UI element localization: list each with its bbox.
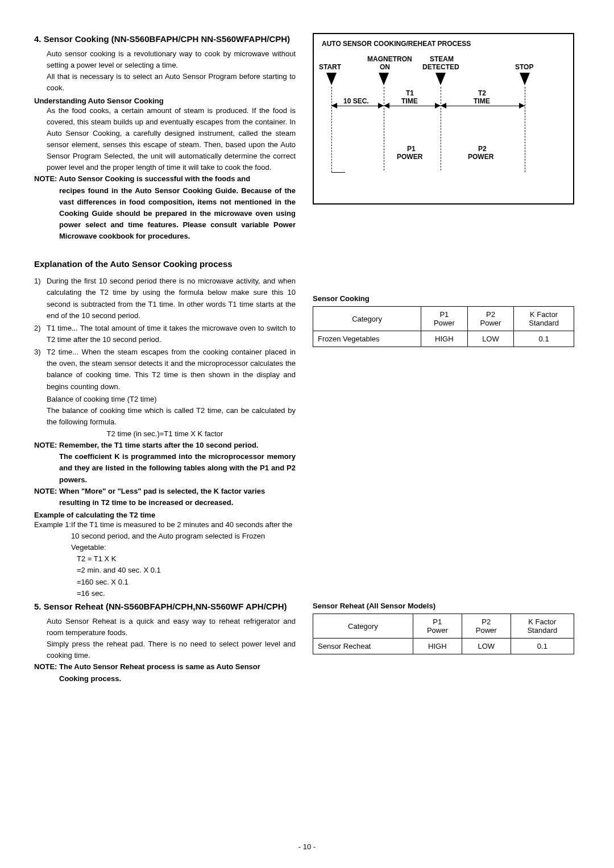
t1-h1: Category [313,307,421,331]
note3-body: resulting in T2 time to be increased or … [59,497,296,508]
diagram-box: AUTO SENSOR COOKING/REHEAT PROCESS MAGNE… [313,33,574,205]
triangle-icon [326,73,337,85]
ex-calc-2: =2 min. and 40 sec. X 0.1 [77,565,296,576]
t2-c1: Sensor Recheat [313,639,413,654]
balance-1: Balance of cooking time (T2 time) [47,394,296,405]
t2-c4: 0.1 [511,639,574,654]
table-sensor-cooking: Category P1Power P2Power K FactorStandar… [313,306,574,347]
diagram-10sec: 10 SEC. [343,98,369,105]
diagram-time1: TIME [401,98,418,105]
t2-h3: P2Power [462,614,511,639]
section4-p2: All that is necessary is to select an Au… [47,71,296,94]
dashed-line [384,108,384,170]
process-note3: NOTE: When "More" or "Less" pad is selec… [34,486,296,508]
dashed-line [384,87,384,104]
ex-calc-3: =160 sec. X 0.1 [77,577,296,588]
section5-title: 5. Sensor Reheat (NN-S560BFAPH/CPH,NN-S5… [34,600,296,612]
diagram-detected: DETECTED [422,64,459,71]
t1-h3: P2Power [467,307,514,331]
dashed-line [441,87,441,104]
diagram-t2: T2 [478,90,486,97]
triangle-icon [435,73,446,85]
process-note2: NOTE: Remember, the T1 time starts after… [34,440,296,486]
t1-c2: HIGH [421,331,468,347]
t1-c1: Frozen Vegetables [313,331,421,347]
proc-txt-1: During the first 10 second period there … [47,276,296,322]
proc-item-1: 1) During the first 10 second period the… [34,276,296,322]
formula: T2 time (in sec.)=T1 time X K factor [34,429,296,438]
dashed-line [441,108,441,170]
t2-c2: HIGH [413,639,462,654]
arrow-left-icon [331,103,337,108]
t2-h2: P1Power [413,614,462,639]
triangle-icon [520,73,530,85]
section5-p1: Auto Sensor Reheat is a quick and easy w… [47,616,296,639]
section4-sub1: Understanding Auto Sensor Cooking [34,97,296,105]
page-number: - 10 - [0,842,614,851]
arrow-right-icon [435,103,441,108]
balance-2: The balance of cooking time which is cal… [47,405,296,428]
diagram-power1: POWER [397,153,422,161]
diagram-p2: P2 [478,145,487,153]
ex-calc-4: =16 sec. [77,588,296,599]
section4-p1: Auto sensor cooking is a revolutionary w… [47,48,296,71]
note5-label: NOTE: [34,662,57,671]
hline [331,172,345,173]
note5-first: The Auto Sensor Reheat process is same a… [59,662,260,671]
diagram-magnetron: MAGNETRON [367,56,412,63]
table-sensor-reheat: Category P1Power P2Power K FactorStandar… [313,614,574,654]
proc-txt-2: T1 time... The total amount of time it t… [47,323,296,345]
t1-h2: P1Power [421,307,468,331]
diagram-stop: STOP [515,64,533,71]
t2-h1: Category [313,614,413,639]
section4-p3: As the food cooks, a certain amount of s… [47,105,296,174]
note3-label: NOTE: [34,487,57,495]
proc-num-2: 2) [34,323,47,345]
arrow-right-icon [519,103,525,108]
proc-item-2: 2) T1 time... The total amount of time i… [34,323,296,345]
proc-txt-3: T2 time... When the steam escapes from t… [47,347,296,393]
diagram-title: AUTO SENSOR COOKING/REHEAT PROCESS [322,40,565,48]
hline [331,106,384,106]
process-title: Explanation of the Auto Sensor Cooking p… [34,258,296,270]
diagram-p1: P1 [407,145,416,153]
t2-h4: K FactorStandard [511,614,574,639]
table1-title: Sensor Cooking [313,294,574,303]
diagram-t1: T1 [406,90,414,97]
example-title: Example of calculating the T2 time [34,511,296,519]
t2-c3: LOW [462,639,511,654]
arrow-left-icon [384,103,389,108]
arrow-right-icon [378,103,384,108]
diagram-time2: TIME [474,98,490,105]
t1-c3: LOW [467,331,514,347]
section5-note: NOTE: The Auto Sensor Reheat process is … [34,661,296,684]
note3-first: When "More" or "Less" pad is selected, t… [59,487,265,495]
table2-title: Sensor Reheat (All Sensor Models) [313,602,574,610]
note5-body: Cooking process. [59,673,296,685]
proc-num-3: 3) [34,347,47,393]
section4-note1: NOTE: Auto Sensor Cooking is successful … [34,173,296,242]
note-label: NOTE: [34,174,57,183]
diagram-power2: POWER [468,153,493,161]
dashed-line [525,87,525,172]
diagram-start: START [319,64,341,71]
section5-p2: Simply press the reheat pad. There is no… [47,639,296,661]
note2-label: NOTE: [34,441,57,449]
t1-c4: 0.1 [514,331,574,347]
note1-body: recipes found in the Auto Sensor Cooking… [59,185,296,243]
note2-first: Remember, the T1 time starts after the 1… [59,441,258,449]
ex-body: If the T1 time is measured to be 2 minut… [71,519,296,553]
section4-title: 4. Sensor Cooking (NN-S560BFAPH/CPH NN-S… [34,33,296,45]
proc-num-1: 1) [34,276,47,322]
dashed-line [331,87,332,172]
diagram-steam: STEAM [430,56,454,63]
triangle-icon [379,73,389,85]
diagram-on: ON [380,64,390,71]
note2-body: The coefficient K is programmed into the… [59,451,296,485]
arrow-left-icon [441,103,446,108]
ex-calc-1: T2 = T1 X K [77,553,296,565]
hline [384,106,441,106]
note1-first: Auto Sensor Cooking is successful with t… [59,174,251,183]
proc-item-3: 3) T2 time... When the steam escapes fro… [34,347,296,393]
hline [441,106,525,106]
